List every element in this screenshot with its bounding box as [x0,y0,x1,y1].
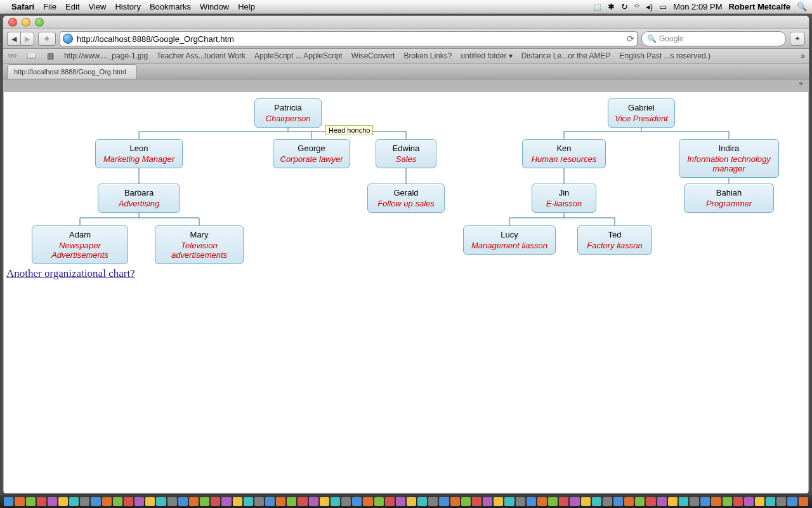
wifi-icon[interactable]: ⌔ [634,2,639,11]
bookmark-folder[interactable]: untitled folder ▾ [461,51,512,60]
user-menu[interactable]: Robert Metcalfe [728,2,790,11]
dock-app-icon[interactable] [15,497,24,506]
org-node-leon[interactable]: Leon Marketing Manager [95,139,183,168]
dock-app-icon[interactable] [559,497,568,506]
bookmarks-icon[interactable]: 📖 [26,51,36,60]
dock-app-icon[interactable] [200,497,209,506]
dock-app-icon[interactable] [657,497,667,506]
dock-app-icon[interactable] [548,497,558,506]
dock-app-icon[interactable] [711,497,721,506]
dock-app-icon[interactable] [504,497,514,506]
org-node-indira[interactable]: Indira Information technology manager [679,139,779,178]
window-minimize-button[interactable] [22,18,30,27]
dock-app-icon[interactable] [646,497,655,506]
dock-app-icon[interactable] [102,497,112,506]
dock[interactable] [0,495,812,508]
org-node-mary[interactable]: Mary Television advertisements [155,225,244,264]
dock-app-icon[interactable] [570,497,579,506]
dock-app-icon[interactable] [799,497,808,506]
dock-app-icon[interactable] [48,497,57,506]
dock-app-icon[interactable] [613,497,623,506]
dock-app-icon[interactable] [58,497,68,506]
back-button[interactable]: ◀ [7,32,20,46]
dock-app-icon[interactable] [80,497,89,506]
window-zoom-button[interactable] [35,18,44,27]
dock-app-icon[interactable] [178,497,188,506]
dock-app-icon[interactable] [298,497,307,506]
dock-app-icon[interactable] [527,497,536,506]
search-field[interactable]: 🔍 Google [641,31,786,46]
menu-history[interactable]: History [115,2,140,11]
org-node-bahiah[interactable]: Bahiah Programmer [684,184,774,213]
dock-app-icon[interactable] [733,497,743,506]
dock-app-icon[interactable] [233,497,242,506]
dock-app-icon[interactable] [668,497,678,506]
bookmark-item[interactable]: WiseConvert [351,51,395,60]
volume-icon[interactable]: ◂) [646,2,653,11]
org-node-edwina[interactable]: Edwina Sales [376,139,436,168]
dock-app-icon[interactable] [189,497,199,506]
dock-app-icon[interactable] [417,497,427,506]
dock-app-icon[interactable] [396,497,405,506]
dock-app-icon[interactable] [124,497,133,506]
url-text[interactable]: http://localhost:8888/Google_OrgChart.ht… [77,34,623,44]
dock-app-icon[interactable] [69,497,79,506]
bookmark-item[interactable]: English Past ...s reserved.) [620,51,710,60]
org-node-patricia[interactable]: Patricia Chairperson [254,98,322,128]
dock-app-icon[interactable] [581,497,591,506]
bookmark-item[interactable]: AppleScript ... AppleScript [254,51,343,60]
dock-app-icon[interactable] [341,497,351,506]
dock-app-icon[interactable] [450,497,460,506]
dock-app-icon[interactable] [145,497,155,506]
dock-app-icon[interactable] [320,497,329,506]
dock-app-icon[interactable] [700,497,710,506]
org-node-lucy[interactable]: Lucy Management liasson [463,225,556,255]
dock-app-icon[interactable] [134,497,144,506]
org-node-barbara[interactable]: Barbara Advertising [98,184,180,213]
dock-app-icon[interactable] [309,497,318,506]
another-chart-link[interactable]: Another organizational chart? [6,267,135,280]
dock-app-icon[interactable] [37,497,46,506]
dock-app-icon[interactable] [374,497,384,506]
dock-app-icon[interactable] [624,497,634,506]
org-node-adam[interactable]: Adam Newspaper Advertisements [32,225,128,264]
org-node-jin[interactable]: Jin E-liaisson [532,184,596,213]
menu-help[interactable]: Help [238,2,255,11]
bookmark-item[interactable]: Broken Links? [403,51,452,60]
dock-app-icon[interactable] [91,497,100,506]
browser-tab[interactable]: http://localhost:8888/Goog_Org.html [7,64,137,79]
dock-app-icon[interactable] [428,497,438,506]
org-node-gerald[interactable]: Gerald Follow up sales [367,184,445,213]
org-node-ted[interactable]: Ted Factory liasson [577,225,652,255]
dock-app-icon[interactable] [776,497,786,506]
menu-bookmarks[interactable]: Bookmarks [150,2,191,11]
dock-app-icon[interactable] [352,497,362,506]
bookmarks-overflow-button[interactable]: » [801,51,805,60]
dock-app-icon[interactable] [254,497,264,506]
dock-app-icon[interactable] [537,497,547,506]
dock-app-icon[interactable] [276,497,285,506]
dock-app-icon[interactable] [363,497,372,506]
dock-app-icon[interactable] [167,497,177,506]
menu-window[interactable]: Window [200,2,229,11]
timemachine-icon[interactable]: ↻ [621,2,628,11]
menu-view[interactable]: View [89,2,107,11]
dock-app-icon[interactable] [787,497,797,506]
forward-button[interactable]: ▶ [20,32,34,46]
dock-app-icon[interactable] [472,497,481,506]
dock-app-icon[interactable] [4,497,13,506]
org-node-gabriel[interactable]: Gabriel Vice President [608,98,675,128]
dock-app-icon[interactable] [766,497,775,506]
report-bug-button[interactable]: ✦ [790,32,805,46]
battery-icon[interactable]: ▭ [659,2,667,11]
window-close-button[interactable] [8,18,17,27]
dock-app-icon[interactable] [385,497,395,506]
dock-app-icon[interactable] [265,497,275,506]
spotlight-icon[interactable]: 🔍 [797,2,807,11]
dock-app-icon[interactable] [755,497,764,506]
dock-app-icon[interactable] [331,497,340,506]
address-bar[interactable]: http://localhost:8888/Google_OrgChart.ht… [60,31,638,46]
add-bookmark-button[interactable]: ＋ [38,32,56,46]
bluetooth-icon[interactable]: ✱ [608,2,615,11]
reload-button[interactable]: ⟳ [627,34,634,44]
